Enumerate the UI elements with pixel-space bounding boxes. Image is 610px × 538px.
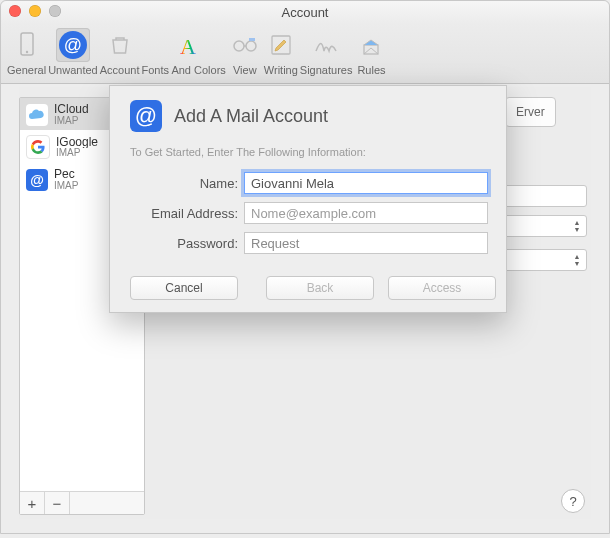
preferences-toolbar: General @ Unwanted Account A Fonts And C… — [1, 23, 609, 84]
toolbar-item-fonts-colors[interactable]: A Fonts And Colors — [141, 25, 225, 76]
svg-text:@: @ — [30, 172, 44, 188]
sheet-header: @ Add A Mail Account — [130, 100, 488, 132]
toolbar-item-general[interactable]: General — [7, 25, 46, 76]
email-input[interactable] — [244, 202, 488, 224]
signature-icon — [309, 28, 343, 62]
toolbar-label: View — [233, 64, 257, 76]
glasses-icon — [228, 28, 262, 62]
help-button[interactable]: ? — [561, 489, 585, 513]
remove-account-button[interactable]: − — [45, 492, 70, 514]
compose-icon — [264, 28, 298, 62]
button-label: Cancel — [165, 281, 202, 295]
account-name: ICloud — [54, 103, 89, 116]
chevron-up-down-icon: ▲▼ — [570, 252, 584, 268]
toolbar-item-account[interactable]: Account — [100, 25, 140, 76]
account-name: Pec — [54, 168, 78, 181]
at-icon: @ — [130, 100, 162, 132]
rules-icon — [354, 28, 388, 62]
toolbar-label: Unwanted — [48, 64, 98, 76]
back-button[interactable]: Back — [266, 276, 374, 300]
toolbar-label: Fonts And Colors — [141, 64, 225, 76]
name-input[interactable] — [244, 172, 488, 194]
toolbar-item-view[interactable]: View — [228, 25, 262, 76]
button-label: Back — [307, 281, 334, 295]
account-proto: IMAP — [54, 116, 89, 127]
svg-text:@: @ — [135, 103, 157, 128]
at-icon: @ — [26, 169, 48, 191]
chevron-up-down-icon: ▲▼ — [570, 218, 584, 234]
toolbar-label: Rules — [357, 64, 385, 76]
button-label: Access — [423, 281, 462, 295]
toolbar-item-rules[interactable]: Rules — [354, 25, 388, 76]
toolbar-label: Account — [100, 64, 140, 76]
svg-point-5 — [234, 41, 244, 51]
at-icon: @ — [56, 28, 90, 62]
svg-point-6 — [246, 41, 256, 51]
toolbar-item-writing[interactable]: Writing — [264, 25, 298, 76]
toolbar-label: General — [7, 64, 46, 76]
toolbar-label: Signatures — [300, 64, 353, 76]
svg-rect-7 — [249, 38, 255, 41]
svg-text:A: A — [180, 34, 196, 58]
sheet-subtitle: To Get Started, Enter The Following Info… — [130, 146, 488, 158]
form-row-email: Email Address: — [130, 202, 488, 224]
email-label: Email Address: — [130, 206, 244, 221]
access-button[interactable]: Access — [388, 276, 496, 300]
account-proto: IMAP — [54, 181, 78, 192]
minimize-window-button[interactable] — [29, 5, 41, 17]
fonts-colors-icon: A — [167, 28, 201, 62]
cancel-button[interactable]: Cancel — [130, 276, 238, 300]
password-label: Password: — [130, 236, 244, 251]
toolbar-item-unwanted[interactable]: @ Unwanted — [48, 25, 98, 76]
server-tab[interactable]: Erver — [505, 97, 556, 127]
name-label: Name: — [130, 176, 244, 191]
trash-icon — [103, 28, 137, 62]
sheet-title: Add A Mail Account — [174, 106, 328, 127]
close-window-button[interactable] — [9, 5, 21, 17]
account-proto: IMAP — [56, 148, 98, 159]
help-icon: ? — [569, 494, 576, 509]
window-title: Account — [282, 5, 329, 20]
general-icon — [10, 28, 44, 62]
window-controls — [9, 5, 61, 17]
cloud-icon — [26, 104, 48, 126]
tab-label: Erver — [516, 105, 545, 119]
titlebar: Account — [1, 1, 609, 23]
form-row-name: Name: — [130, 172, 488, 194]
add-mail-account-sheet: @ Add A Mail Account To Get Started, Ent… — [109, 85, 507, 313]
svg-text:@: @ — [64, 35, 82, 55]
google-icon — [26, 135, 50, 159]
zoom-window-button[interactable] — [49, 5, 61, 17]
sidebar-footer-spacer — [70, 492, 144, 514]
svg-point-1 — [25, 51, 27, 53]
toolbar-label: Writing — [264, 64, 298, 76]
sidebar-footer: + − — [20, 491, 144, 514]
toolbar-item-signatures[interactable]: Signatures — [300, 25, 353, 76]
password-input[interactable] — [244, 232, 488, 254]
sheet-button-row: Cancel Back Access — [130, 276, 488, 300]
add-account-button[interactable]: + — [20, 492, 45, 514]
preferences-window: Account General @ Unwanted Account — [0, 0, 610, 534]
form-row-password: Password: — [130, 232, 488, 254]
